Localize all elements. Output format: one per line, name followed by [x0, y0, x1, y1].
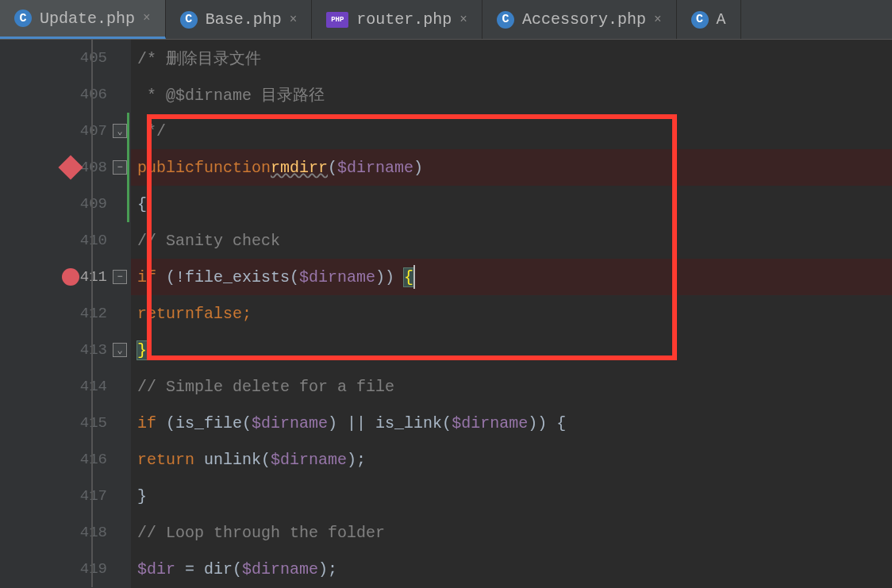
fold-start-icon[interactable]: − [113, 270, 127, 284]
tab-accessory-php[interactable]: C Accessory.php × [483, 0, 677, 39]
gutter-row[interactable]: 406 [0, 76, 131, 113]
class-icon: C [497, 11, 514, 29]
tab-label: router.php [356, 10, 452, 29]
code-line[interactable]: // Sanity check [131, 222, 892, 259]
code-line[interactable]: } [131, 478, 892, 514]
tab-update-php[interactable]: C Update.php × [0, 0, 166, 39]
code-line[interactable]: * @$dirname 目录路径 [131, 76, 892, 113]
gutter-row[interactable]: 413⌄ [0, 332, 131, 368]
gutter-row[interactable]: 417 [0, 478, 131, 514]
fold-end-icon[interactable]: ⌄ [113, 343, 127, 357]
code-line[interactable]: /* 删除目录文件 [131, 40, 892, 76]
editor-area: 405 406 407⌄ 408− 409 410 411− 412 413⌄ … [0, 40, 892, 588]
code-line[interactable]: public function rmdirr($dirname) [131, 149, 892, 186]
breakpoint-circle-icon[interactable] [62, 268, 79, 286]
gutter-row[interactable]: 412 [0, 295, 131, 332]
gutter-row[interactable]: 407⌄ [0, 113, 131, 149]
tab-label: Accessory.php [522, 10, 646, 29]
fold-start-icon[interactable]: − [113, 160, 127, 175]
gutter-row[interactable]: 419 [0, 551, 131, 587]
code-area[interactable]: /* 删除目录文件 * @$dirname 目录路径 */ public fun… [131, 40, 892, 588]
class-icon: C [14, 10, 32, 27]
tab-base-php[interactable]: C Base.php × [166, 0, 313, 39]
gutter-row[interactable]: 418 [0, 514, 131, 551]
tab-bar: C Update.php × C Base.php × PHP router.p… [0, 0, 892, 40]
text-cursor [413, 265, 415, 289]
gutter-row[interactable]: 409 [0, 186, 131, 222]
fold-end-icon[interactable]: ⌄ [113, 124, 127, 138]
class-icon: C [691, 11, 709, 29]
code-line[interactable]: } [131, 332, 892, 368]
code-line[interactable]: $dir = dir($dirname); [131, 551, 892, 587]
tab-label: Base.php [206, 10, 282, 29]
code-line[interactable]: return false; [131, 295, 892, 332]
code-line[interactable]: if (!file_exists($dirname)) { [131, 259, 892, 295]
gutter: 405 406 407⌄ 408− 409 410 411− 412 413⌄ … [0, 40, 131, 588]
tab-router-php[interactable]: PHP router.php × [312, 0, 483, 39]
code-line[interactable]: */ [131, 113, 892, 149]
gutter-row[interactable]: 411− [0, 259, 131, 295]
gutter-row[interactable]: 414 [0, 368, 131, 405]
gutter-row[interactable]: 408− [0, 149, 131, 186]
class-icon: C [180, 11, 198, 29]
code-line[interactable]: if (is_file($dirname) || is_link($dirnam… [131, 405, 892, 441]
close-icon[interactable]: × [654, 13, 662, 27]
php-icon: PHP [326, 12, 348, 28]
close-icon[interactable]: × [459, 13, 467, 27]
close-icon[interactable]: × [143, 11, 151, 25]
tab-partial[interactable]: C A [677, 0, 741, 39]
close-icon[interactable]: × [290, 13, 298, 27]
gutter-row[interactable]: 405 [0, 40, 131, 76]
code-line[interactable]: // Loop through the folder [131, 514, 892, 551]
gutter-row[interactable]: 415 [0, 405, 131, 441]
code-line[interactable]: // Simple delete for a file [131, 368, 892, 405]
code-line[interactable]: return unlink($dirname); [131, 441, 892, 478]
gutter-row[interactable]: 410 [0, 222, 131, 259]
tab-label: Update.php [40, 10, 135, 28]
code-line[interactable]: { [131, 186, 892, 222]
tab-label: A [717, 10, 726, 29]
gutter-row[interactable]: 416 [0, 441, 131, 478]
